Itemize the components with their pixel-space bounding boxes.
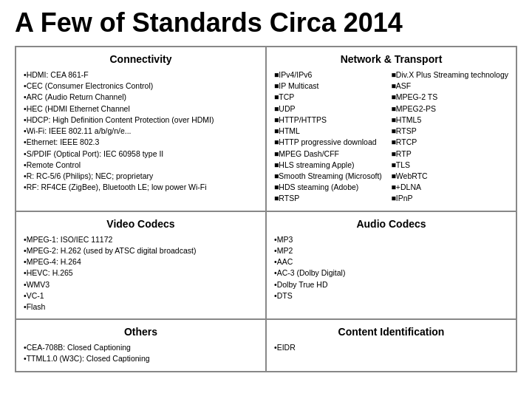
list-item: ■IPnP: [392, 193, 509, 204]
list-item: ■IP Multicast: [274, 81, 392, 92]
list-item: ■Div.X Plus Streaming technology: [392, 69, 509, 81]
list-item: ■HTTP/HTTPS: [274, 115, 392, 126]
list-item: ■RTSP: [392, 126, 509, 137]
audio-codecs-content: •MP3•MP2•AAC•AC-3 (Dolby Digital)•Dolby …: [274, 234, 508, 301]
list-item: •Wi-Fi: IEEE 802.11 a/b/g/n/e...: [24, 126, 258, 137]
list-item: •MP2: [274, 245, 508, 256]
list-item: ■+DLNA: [392, 182, 509, 193]
content-id-header: Content Identification: [274, 326, 508, 338]
list-item: •Remote Control: [24, 160, 258, 171]
connectivity-cell: Connectivity •HDMI: CEA 861-F•CEC (Consu…: [16, 47, 266, 211]
list-item: •CEA-708B: Closed Captioning: [24, 342, 258, 353]
list-item: ■RTP: [392, 149, 509, 160]
video-codecs-content: •MPEG-1: ISO/IEC 11172•MPEG-2: H.262 (us…: [24, 234, 258, 313]
page-title: A Few of Standards Circa 2014: [15, 7, 517, 38]
connectivity-header: Connectivity: [24, 53, 258, 65]
list-item: ■UDP: [274, 103, 392, 115]
content-id-content: •EIDR: [274, 342, 508, 353]
list-item: •HDMI: CEA 861-F: [24, 69, 258, 81]
connectivity-content: •HDMI: CEA 861-F•CEC (Consumer Electroni…: [24, 69, 258, 193]
list-item: •Dolby True HD: [274, 279, 508, 290]
list-item: •EIDR: [274, 342, 508, 353]
standards-grid: Connectivity •HDMI: CEA 861-F•CEC (Consu…: [15, 46, 517, 372]
list-item: ■HDS steaming (Adobe): [274, 182, 392, 193]
list-item: ■HTTP progressive download: [274, 137, 392, 148]
list-item: •Ethernet: IEEE 802.3: [24, 137, 258, 148]
list-item: •AAC: [274, 256, 508, 267]
audio-codecs-cell: Audio Codecs •MP3•MP2•AAC•AC-3 (Dolby Di…: [266, 211, 516, 320]
list-item: ■HTML5: [392, 115, 509, 126]
content-id-cell: Content Identification •EIDR: [266, 319, 516, 371]
list-item: •TTML1.0 (W3C): Closed Captioning: [24, 353, 258, 364]
list-item: ■MPEG2-PS: [392, 103, 509, 115]
list-item: •MPEG-4: H.264: [24, 256, 258, 267]
list-item: •WMV3: [24, 279, 258, 290]
others-content: •CEA-708B: Closed Captioning•TTML1.0 (W3…: [24, 342, 258, 364]
list-item: ■HLS streaming Apple): [274, 160, 392, 171]
list-item: •RF: RF4CE (ZigBee), Bluetooth LE; low p…: [24, 182, 258, 193]
list-item: ■TCP: [274, 92, 392, 103]
list-item: •VC-1: [24, 290, 258, 301]
network-header: Network & Transport: [274, 53, 508, 65]
others-header: Others: [24, 326, 258, 338]
list-item: •HEVC: H.265: [24, 267, 258, 279]
network-cell: Network & Transport ■IPv4/IPv6■IP Multic…: [266, 47, 516, 211]
list-item: •Flash: [24, 301, 258, 313]
list-item: •MP3: [274, 234, 508, 245]
list-item: ■ASF: [392, 81, 509, 92]
list-item: ■WebRTC: [392, 171, 509, 182]
list-item: •HEC (HDMI Ethernet Channel: [24, 103, 258, 115]
network-col1: ■IPv4/IPv6■IP Multicast■TCP■UDP■HTTP/HTT…: [274, 69, 392, 205]
list-item: ■RTCP: [392, 137, 509, 148]
list-item: ■TLS: [392, 160, 509, 171]
video-codecs-cell: Video Codecs •MPEG-1: ISO/IEC 11172•MPEG…: [16, 211, 266, 320]
list-item: ■RTSP: [274, 193, 392, 204]
list-item: •MPEG-1: ISO/IEC 11172: [24, 234, 258, 245]
others-cell: Others •CEA-708B: Closed Captioning•TTML…: [16, 319, 266, 371]
video-codecs-header: Video Codecs: [24, 218, 258, 230]
page: A Few of Standards Circa 2014 Connectivi…: [0, 0, 532, 399]
list-item: ■Smooth Streaming (Microsoft): [274, 171, 392, 182]
list-item: ■IPv4/IPv6: [274, 69, 392, 81]
list-item: ■HTML: [274, 126, 392, 137]
list-item: ■MPEG Dash/CFF: [274, 149, 392, 160]
list-item: •HDCP: High Definition Content Protectio…: [24, 115, 258, 126]
list-item: ■MPEG-2 TS: [392, 92, 509, 103]
audio-codecs-header: Audio Codecs: [274, 218, 508, 230]
list-item: •S/PDIF (Optical Port): IEC 60958 type I…: [24, 149, 258, 160]
list-item: •R: RC-5/6 (Philips); NEC; proprietary: [24, 171, 258, 182]
list-item: •MPEG-2: H.262 (used by ATSC digital bro…: [24, 245, 258, 256]
list-item: •ARC (Audio Return Channel): [24, 92, 258, 103]
list-item: •AC-3 (Dolby Digital): [274, 267, 508, 279]
network-content: ■IPv4/IPv6■IP Multicast■TCP■UDP■HTTP/HTT…: [274, 69, 508, 205]
list-item: •CEC (Consumer Electronics Control): [24, 81, 258, 92]
network-col2: ■Div.X Plus Streaming technology■ASF■MPE…: [392, 69, 509, 205]
list-item: •DTS: [274, 290, 508, 301]
